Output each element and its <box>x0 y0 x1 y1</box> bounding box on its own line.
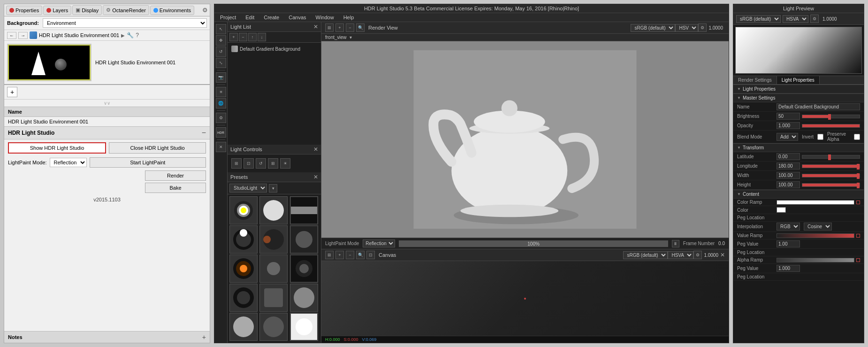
rv-btn-zoom-out[interactable]: − <box>346 23 354 32</box>
toolbar-rotate-btn[interactable]: ↺ <box>216 46 226 57</box>
alpha-ramp-bar[interactable] <box>777 258 854 262</box>
toolbar-select-btn[interactable]: ↖ <box>216 24 226 34</box>
presets-close-button[interactable]: ✕ <box>313 174 318 180</box>
preset-item-13[interactable] <box>229 313 258 341</box>
preset-item-7[interactable] <box>229 254 258 283</box>
interpolation-rgb-select[interactable]: RGB <box>777 223 800 231</box>
rv-btn-zoom-in[interactable]: + <box>335 23 344 32</box>
ll-btn3[interactable]: ↑ <box>248 33 257 41</box>
width-input[interactable] <box>777 172 800 179</box>
preset-item-5[interactable] <box>259 225 288 254</box>
rv-btn-zoom-tool[interactable]: 🔍 <box>356 23 365 32</box>
lp-settings-btn[interactable]: ⚙ <box>810 15 819 23</box>
preset-item-15[interactable] <box>290 313 318 341</box>
peg-value-input[interactable] <box>777 240 800 247</box>
canvas-btn2[interactable]: + <box>335 251 344 259</box>
canvas-colorspace-select[interactable]: sRGB (default) <box>623 251 668 259</box>
tab-octane[interactable]: ⚙ OctaneRender <box>103 5 149 15</box>
color-ramp-bar[interactable] <box>777 200 854 205</box>
add-environment-button[interactable]: + <box>7 87 17 97</box>
tab-layers[interactable]: Layers <box>43 6 71 15</box>
menu-create[interactable]: Create <box>262 14 281 21</box>
toolbar-scale-btn[interactable]: ⤡ <box>216 58 226 68</box>
latitude-slider[interactable] <box>802 155 860 159</box>
tab-render-settings[interactable]: Render Settings <box>733 76 777 84</box>
menu-canvas[interactable]: Canvas <box>287 14 308 21</box>
presets-menu-btn[interactable]: ▾ <box>269 184 277 193</box>
preset-item-8[interactable] <box>259 254 288 283</box>
nav-back-button[interactable]: ← <box>7 32 16 39</box>
wrench-icon[interactable]: 🔧 <box>127 32 134 39</box>
toolbar-env-btn[interactable]: 🌐 <box>216 98 226 108</box>
height-input[interactable] <box>777 181 800 188</box>
presets-filter-select[interactable]: StudioLights <box>229 184 267 193</box>
lightpaint-mode-select[interactable]: Reflection <box>50 158 87 167</box>
color-swatch[interactable] <box>777 207 786 213</box>
close-hdr-button[interactable]: Close HDR Light Studio <box>109 142 206 154</box>
ctrl-rotate-icon[interactable]: ↺ <box>256 158 266 169</box>
tab-environments[interactable]: Environments <box>150 6 194 15</box>
lp-colorspace-select[interactable]: sRGB (default) <box>736 15 781 23</box>
preset-item-12[interactable] <box>290 284 318 312</box>
rv-btn-zoom-fit[interactable]: ⊞ <box>325 23 334 32</box>
menu-edit[interactable]: Edit <box>244 14 256 21</box>
latitude-input[interactable] <box>777 153 800 160</box>
canvas-settings-btn[interactable]: ⚙ <box>693 251 702 259</box>
toolbar-camera-btn[interactable]: 📷 <box>216 72 226 83</box>
ctrl-sun-icon[interactable]: ☀ <box>280 158 290 169</box>
height-slider[interactable] <box>802 183 860 187</box>
light-list-close-button[interactable]: ✕ <box>313 23 318 30</box>
toolbar-light-btn[interactable]: ☀ <box>216 87 226 97</box>
opacity-input[interactable] <box>777 122 800 129</box>
preset-item-9[interactable] <box>290 254 318 283</box>
bottom-mode-select[interactable]: Reflection <box>363 239 395 247</box>
render-button[interactable]: Render <box>145 170 206 181</box>
rv-settings-btn[interactable]: ⚙ <box>698 23 707 32</box>
canvas-close-button[interactable]: ✕ <box>720 252 725 258</box>
toolbar-settings-btn[interactable]: ⚙ <box>216 113 226 123</box>
ctrl-scale-icon[interactable]: ⊡ <box>244 158 254 169</box>
preset-item-10[interactable] <box>229 284 258 312</box>
tab-light-properties[interactable]: Light Properties <box>777 76 820 84</box>
bake-button[interactable]: Bake <box>145 183 206 193</box>
ctrl-reset-icon[interactable]: ⊞ <box>268 158 278 169</box>
ll-btn4[interactable]: ↓ <box>258 33 266 41</box>
nav-forward-button[interactable]: → <box>18 32 28 39</box>
name-field-input[interactable] <box>777 103 860 110</box>
show-hdr-button[interactable]: Show HDR Light Studio <box>8 142 106 154</box>
lp-mode-select[interactable]: HSVA <box>783 15 808 23</box>
canvas-mode-select[interactable]: HSVA <box>668 251 693 259</box>
background-select[interactable]: Environment <box>43 18 207 28</box>
longitude-input[interactable] <box>777 162 800 170</box>
ll-btn2[interactable]: − <box>239 33 247 41</box>
help-icon[interactable]: ? <box>136 32 139 39</box>
toolbar-hdr-btn[interactable]: HDR <box>216 127 226 138</box>
preset-item-6[interactable] <box>290 225 318 254</box>
light-list-item[interactable]: Default Gradient Background <box>229 45 319 53</box>
preset-item-2[interactable] <box>259 196 288 224</box>
tab-display[interactable]: ▣ Display <box>72 5 102 15</box>
interpolation-mode-select[interactable]: Cosine <box>804 223 832 231</box>
opacity-slider[interactable] <box>802 124 860 128</box>
camera-dropdown-icon[interactable]: ▾ <box>350 35 352 40</box>
canvas-btn4[interactable]: 🔍 <box>356 251 365 259</box>
rv-colorspace-select[interactable]: sRGB (default) <box>631 24 675 32</box>
preset-item-1[interactable] <box>229 196 258 224</box>
longitude-slider[interactable] <box>802 164 860 168</box>
preset-item-3[interactable] <box>290 196 318 224</box>
hdr-studio-collapse-button[interactable]: − <box>202 129 206 137</box>
menu-project[interactable]: Project <box>218 14 238 21</box>
toolbar-move-btn[interactable]: ✥ <box>216 35 226 46</box>
value-ramp-bar[interactable] <box>777 233 854 238</box>
brightness-slider[interactable] <box>802 115 860 118</box>
preserve-alpha-checkbox[interactable] <box>854 134 860 140</box>
light-controls-close-button[interactable]: ✕ <box>313 146 318 153</box>
pause-button[interactable]: ⏸ <box>672 240 679 247</box>
menu-window[interactable]: Window <box>314 14 336 21</box>
settings-icon[interactable]: ⚙ <box>202 7 208 14</box>
brightness-input[interactable] <box>777 113 800 120</box>
notes-add-button[interactable]: + <box>202 333 206 341</box>
start-lightpaint-button[interactable]: Start LightPaint <box>90 157 206 168</box>
canvas-btn5[interactable]: ⊡ <box>366 251 375 259</box>
canvas-btn1[interactable]: ⊞ <box>325 251 334 259</box>
